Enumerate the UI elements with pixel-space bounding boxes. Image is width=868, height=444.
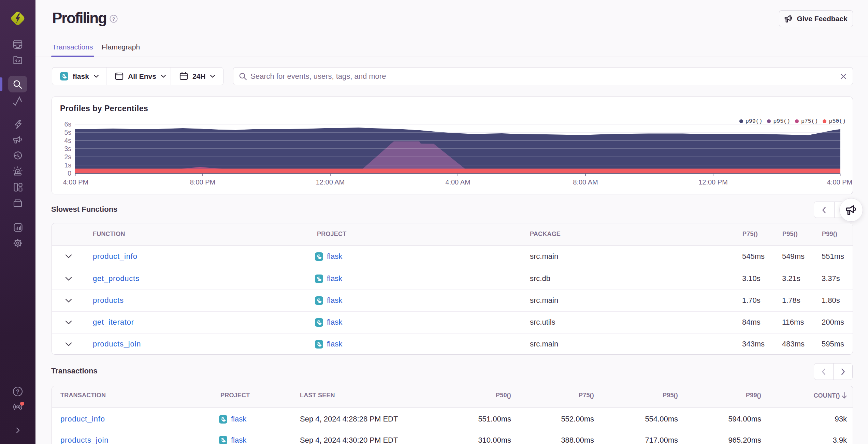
svg-text:4s: 4s bbox=[64, 137, 71, 144]
svg-text:8:00 PM: 8:00 PM bbox=[190, 178, 215, 186]
svg-text:2s: 2s bbox=[64, 153, 71, 161]
svg-text:0: 0 bbox=[68, 169, 71, 177]
svg-text:12:00 PM: 12:00 PM bbox=[698, 178, 728, 186]
svg-text:?: ? bbox=[16, 388, 19, 395]
svg-text:12:00 AM: 12:00 AM bbox=[316, 178, 345, 186]
svg-text:4:00 PM: 4:00 PM bbox=[827, 178, 852, 186]
svg-text:1s: 1s bbox=[64, 161, 71, 169]
svg-text:?: ? bbox=[112, 16, 115, 22]
svg-text:3s: 3s bbox=[64, 145, 71, 152]
svg-text:8:00 AM: 8:00 AM bbox=[573, 178, 598, 186]
svg-text:6s: 6s bbox=[64, 120, 71, 128]
svg-text:4:00 PM: 4:00 PM bbox=[63, 178, 88, 186]
svg-text:4:00 AM: 4:00 AM bbox=[445, 178, 470, 186]
svg-text:5s: 5s bbox=[64, 129, 71, 136]
